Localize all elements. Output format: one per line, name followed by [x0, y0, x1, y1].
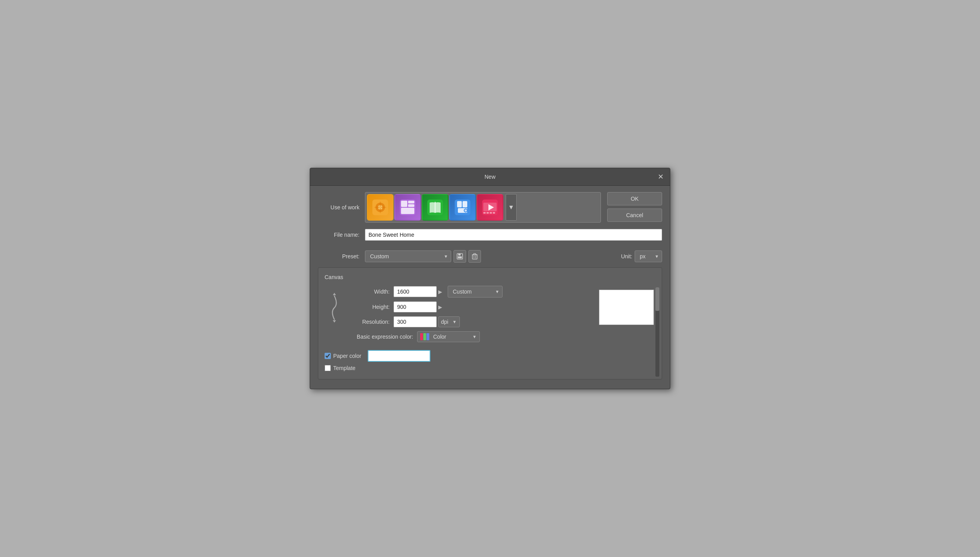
svg-marker-30 [333, 320, 336, 323]
action-buttons: OK Cancel [607, 192, 662, 222]
close-button[interactable]: ✕ [656, 172, 665, 181]
svg-rect-5 [408, 201, 414, 203]
preset-label: Preset: [318, 253, 365, 259]
svg-rect-18 [483, 212, 486, 214]
save-preset-icon [456, 253, 463, 260]
icon-strip: ▼ [365, 192, 601, 223]
height-increment-button[interactable]: ▶ [437, 304, 444, 310]
color-select-wrapper: Color ▼ [417, 331, 480, 342]
canvas-fields: Width: ▶ Custom ▼ Height: [350, 286, 591, 346]
aspect-ratio-lock[interactable] [325, 292, 344, 323]
webtoon-icon[interactable] [449, 194, 476, 221]
resolution-unit-select[interactable]: dpi [438, 316, 460, 327]
paper-color-picker[interactable] [368, 350, 430, 362]
width-row: Width: ▶ Custom ▼ [350, 286, 591, 298]
canvas-preview [599, 290, 654, 325]
comic-icon-svg [399, 199, 416, 216]
dialog-body: Use of work [310, 186, 670, 389]
cancel-button[interactable]: Cancel [607, 209, 662, 222]
resolution-input[interactable] [394, 316, 437, 327]
template-row: Template [325, 365, 654, 371]
template-label[interactable]: Template [325, 365, 356, 371]
width-increment-button[interactable]: ▶ [437, 289, 444, 295]
preset-row: Preset: Custom ▼ [318, 250, 662, 263]
canvas-inner: Width: ▶ Custom ▼ Height: [325, 286, 654, 346]
paper-color-label[interactable]: Paper color [325, 353, 361, 359]
comic-icon[interactable] [394, 194, 421, 221]
delete-preset-icon [471, 253, 478, 260]
file-name-row: File name: [318, 229, 662, 241]
svg-rect-7 [401, 208, 414, 214]
color-row: Basic expression color: Color ▼ [350, 331, 591, 342]
illustration-icon-svg [372, 199, 389, 216]
use-of-work-label: Use of work [318, 204, 365, 210]
lock-icon-svg [327, 292, 342, 323]
width-label: Width: [350, 288, 394, 295]
svg-rect-4 [401, 201, 407, 207]
paper-color-checkbox[interactable] [325, 353, 331, 359]
more-icons-button[interactable]: ▼ [506, 194, 517, 221]
svg-rect-21 [493, 212, 495, 214]
webtoon-icon-svg [454, 199, 471, 216]
canvas-size-dropdown-wrapper: Custom ▼ [448, 286, 503, 298]
canvas-section-label: Canvas [325, 274, 654, 280]
resolution-label: Resolution: [350, 319, 394, 325]
scrollbar-track[interactable] [655, 287, 659, 377]
svg-rect-10 [457, 201, 462, 207]
illustration-icon[interactable] [367, 194, 394, 221]
paper-color-row: Paper color [325, 350, 654, 362]
preset-controls: Preset: Custom ▼ [318, 250, 662, 263]
svg-rect-11 [463, 201, 467, 207]
svg-rect-6 [408, 204, 414, 207]
color-label: Basic expression color: [350, 334, 417, 340]
file-name-input[interactable] [365, 229, 662, 241]
preset-delete-button[interactable] [468, 250, 481, 263]
svg-marker-29 [333, 293, 336, 295]
book-icon-svg [426, 199, 444, 216]
svg-rect-23 [458, 254, 461, 256]
svg-rect-25 [472, 255, 477, 259]
paper-color-text: Paper color [333, 353, 361, 359]
dialog-titlebar: New ✕ [310, 168, 670, 186]
height-input[interactable] [394, 301, 437, 312]
preset-dropdown-wrapper: Custom ▼ [365, 250, 451, 262]
preset-select[interactable]: Custom [365, 250, 451, 262]
resolution-unit-wrapper: dpi ▼ [438, 316, 460, 327]
svg-rect-19 [486, 212, 489, 214]
file-name-label: File name: [318, 232, 365, 238]
book-icon[interactable] [422, 194, 448, 221]
svg-rect-20 [490, 212, 492, 214]
canvas-size-select[interactable]: Custom [448, 286, 503, 298]
svg-point-14 [465, 209, 467, 212]
dialog-title: New [324, 174, 656, 180]
resolution-row: Resolution: dpi ▼ [350, 316, 591, 327]
unit-label: Unit: [621, 253, 632, 259]
height-row: Height: ▶ [350, 301, 591, 312]
ok-button[interactable]: OK [607, 192, 662, 205]
template-text: Template [333, 365, 356, 371]
canvas-section: Canvas Width: ▶ [318, 267, 662, 379]
new-dialog: New ✕ Use of work [310, 168, 670, 389]
color-mode-select[interactable]: Color [417, 331, 480, 342]
unit-select[interactable]: px [635, 250, 662, 262]
width-input[interactable] [394, 286, 437, 297]
animation-icon-svg [481, 199, 499, 216]
template-checkbox[interactable] [325, 365, 331, 371]
animation-icon[interactable] [477, 194, 503, 221]
preset-save-button[interactable] [454, 250, 466, 263]
unit-dropdown-wrapper: px ▼ [635, 250, 662, 262]
scrollbar-thumb[interactable] [655, 287, 659, 311]
svg-rect-24 [458, 256, 462, 258]
height-label: Height: [350, 304, 394, 310]
